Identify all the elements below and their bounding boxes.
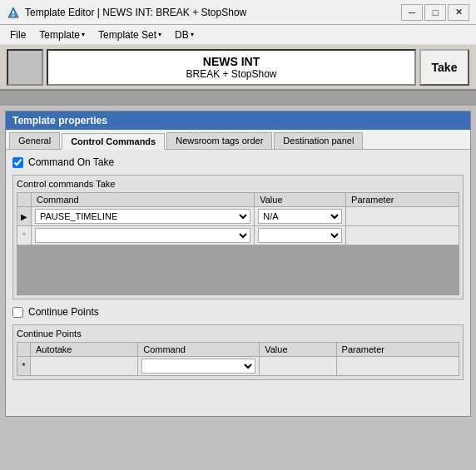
continue-points-checkbox[interactable]: [12, 307, 23, 318]
take-button[interactable]: Take: [419, 49, 469, 86]
continue-points-table: Autotake Command Value Parameter *: [17, 342, 459, 376]
continue-points-row: Continue Points: [12, 306, 464, 318]
command-on-take-checkbox[interactable]: [12, 157, 23, 168]
window-controls: ─ □ ✕: [401, 4, 469, 21]
panel-content: Command On Take Control commands Take Co…: [6, 150, 470, 416]
new-command-cell: [32, 226, 255, 245]
cont-command-cell: [138, 357, 260, 376]
template-title-main: NEWS INT: [203, 55, 260, 68]
cont-parameter-cell: [336, 357, 459, 376]
cont-col-parameter: Parameter: [336, 343, 459, 357]
maximize-button[interactable]: □: [424, 4, 446, 21]
control-commands-table: Command Value Parameter ▶ PAUSE_TIMELINE: [17, 192, 459, 245]
close-button[interactable]: ✕: [448, 4, 469, 21]
properties-panel: Template properties General Control Comm…: [5, 111, 471, 417]
template-title-box: NEWS INT BREAK + StopShow: [47, 49, 416, 86]
chevron-down-icon: ▾: [82, 31, 85, 38]
value-select[interactable]: N/A: [258, 209, 342, 224]
tab-newsroom-tags[interactable]: Newsroom tags order: [166, 132, 272, 149]
continue-points-title: Continue Points: [17, 329, 459, 339]
title-bar: Template Editor | NEWS INT: BREAK + Stop…: [0, 0, 476, 25]
menu-template-set[interactable]: Template Set ▾: [92, 26, 168, 44]
tab-control-commands[interactable]: Control Commands: [62, 133, 165, 150]
properties-header: Template properties: [6, 111, 470, 130]
cont-col-autotake: Autotake: [31, 343, 138, 357]
col-marker-header: [17, 193, 32, 207]
menu-db[interactable]: DB ▾: [168, 26, 201, 44]
new-parameter-cell: [346, 226, 459, 245]
cont-col-command: Command: [138, 343, 260, 357]
command-on-take-row: Command On Take: [12, 156, 464, 168]
minimize-button[interactable]: ─: [401, 4, 423, 21]
menu-bar: File Template ▾ Template Set ▾ DB ▾: [0, 25, 476, 45]
continue-points-box: Continue Points Autotake Command Value P…: [12, 324, 464, 380]
window-title: Template Editor | NEWS INT: BREAK + Stop…: [25, 7, 401, 18]
cont-col-marker: [17, 343, 31, 357]
parameter-cell: [346, 207, 459, 226]
chevron-down-icon: ▾: [158, 31, 161, 38]
table-gray-area: [17, 245, 459, 295]
new-command-select[interactable]: [35, 228, 250, 243]
command-cell: PAUSE_TIMELINE: [32, 207, 255, 226]
app-icon: [7, 6, 20, 19]
tabs-bar: General Control Commands Newsroom tags o…: [6, 130, 470, 150]
menu-template[interactable]: Template ▾: [32, 26, 92, 44]
continue-points-section: Continue Points Continue Points Autotake…: [12, 306, 464, 380]
row-active-marker: ▶: [17, 207, 32, 226]
control-commands-take-section: Control commands Take Command Value Para…: [12, 175, 464, 299]
menu-file[interactable]: File: [3, 26, 32, 44]
chevron-down-icon: ▾: [191, 31, 194, 38]
col-value-header: Value: [255, 193, 346, 207]
table-row: ▶ PAUSE_TIMELINE N/A: [17, 207, 459, 226]
new-row-marker: *: [17, 226, 32, 245]
command-on-take-label: Command On Take: [28, 156, 114, 168]
continue-points-label: Continue Points: [28, 306, 99, 318]
new-value-cell: [255, 226, 346, 245]
cont-autotake-cell: [31, 357, 138, 376]
toolbar: NEWS INT BREAK + StopShow Take: [0, 45, 476, 91]
cont-command-select[interactable]: [141, 359, 255, 374]
template-title-sub: BREAK + StopShow: [186, 68, 276, 80]
cont-new-marker: *: [17, 357, 31, 376]
cont-value-cell: [260, 357, 336, 376]
section-title-take: Control commands Take: [17, 179, 459, 189]
value-cell: N/A: [255, 207, 346, 226]
continue-new-row: *: [17, 357, 459, 376]
tab-destination-panel[interactable]: Destination panel: [274, 132, 363, 149]
col-command-header: Command: [32, 193, 255, 207]
gray-strip: [0, 91, 476, 106]
col-parameter-header: Parameter: [346, 193, 459, 207]
cont-col-value: Value: [260, 343, 336, 357]
tab-general[interactable]: General: [9, 132, 60, 149]
thumbnail-preview: [7, 49, 43, 86]
new-row: *: [17, 226, 459, 245]
new-value-select[interactable]: [258, 228, 342, 243]
svg-point-2: [12, 15, 14, 17]
command-select[interactable]: PAUSE_TIMELINE: [35, 209, 250, 224]
